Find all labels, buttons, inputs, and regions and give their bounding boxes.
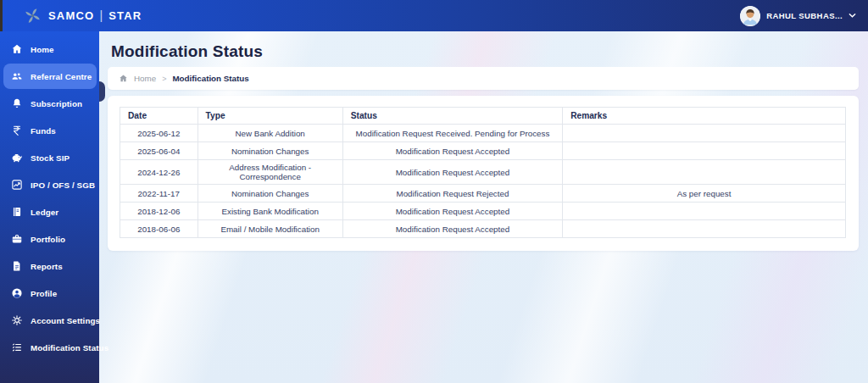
table-row: 2024-12-26 Address Modification - Corres… bbox=[120, 160, 846, 185]
chart-icon bbox=[10, 179, 23, 192]
sidebar-item-referral-centre[interactable]: Referral Centre bbox=[3, 64, 97, 89]
table-row: 2018-12-06 Existing Bank Modification Mo… bbox=[120, 203, 846, 220]
brand-divider: | bbox=[99, 8, 103, 22]
modification-status-table: DateTypeStatusRemarks 2025-06-12 New Ban… bbox=[120, 107, 846, 238]
column-header-remarks: Remarks bbox=[563, 108, 846, 125]
brand-product: STAR bbox=[108, 9, 142, 22]
samco-pinwheel-icon bbox=[24, 7, 42, 25]
cell-date: 2025-06-12 bbox=[120, 125, 198, 142]
sidebar-item-ipo-ofs-sgb[interactable]: IPO / OFS / SGB bbox=[3, 172, 97, 197]
user-name: RAHUL SUBHAS... bbox=[766, 11, 843, 20]
sidebar-item-reports[interactable]: Reports bbox=[3, 253, 97, 279]
chevron-down-icon bbox=[849, 12, 856, 19]
sidebar-item-profile[interactable]: Profile bbox=[3, 280, 97, 306]
cell-type: Nomination Changes bbox=[198, 185, 342, 203]
cell-type: Nomination Changes bbox=[198, 142, 342, 160]
sidebar-item-label: Portfolio bbox=[31, 235, 65, 244]
brand-name: SAMCO bbox=[48, 9, 94, 22]
avatar[interactable] bbox=[740, 6, 760, 26]
cell-status: Modification Request Rejected bbox=[342, 185, 562, 203]
sidebar-item-label: Stock SIP bbox=[31, 153, 70, 163]
users-icon bbox=[10, 70, 23, 83]
sidebar-item-stock-sip[interactable]: Stock SIP bbox=[3, 145, 97, 170]
sidebar-item-label: Funds bbox=[31, 126, 56, 136]
window-edge-strip bbox=[0, 0, 3, 31]
cell-type: New Bank Addition bbox=[198, 125, 342, 142]
sidebar-item-label: Subscription bbox=[31, 99, 82, 108]
cell-status: Modification Request Accepted bbox=[342, 220, 562, 238]
rupee-icon bbox=[10, 125, 23, 137]
cell-remarks bbox=[563, 220, 846, 238]
sidebar-item-label: Ledger bbox=[31, 208, 58, 217]
sidebar-item-label: Reports bbox=[31, 262, 63, 271]
sidebar-item-ledger[interactable]: Ledger bbox=[3, 199, 97, 225]
page-title: Modification Status bbox=[111, 42, 263, 61]
cell-status: Modification Request Accepted bbox=[342, 203, 562, 220]
cell-remarks: As per request bbox=[563, 185, 846, 203]
sidebar-item-label: Modification Status bbox=[31, 343, 108, 352]
cell-date: 2024-12-26 bbox=[120, 160, 198, 185]
cell-type: Address Modification - Correspondence bbox=[198, 160, 342, 185]
sidebar: Home Referral Centre Subscription Funds … bbox=[0, 31, 99, 383]
breadcrumb-home-link[interactable]: Home bbox=[134, 74, 156, 83]
column-header-status: Status bbox=[342, 108, 562, 125]
home-icon bbox=[10, 43, 23, 56]
user-circle-icon bbox=[10, 287, 23, 300]
status-table-card: DateTypeStatusRemarks 2025-06-12 New Ban… bbox=[108, 96, 859, 251]
table-row: 2025-06-04 Nomination Changes Modificati… bbox=[120, 142, 846, 160]
sidebar-item-portfolio[interactable]: Portfolio bbox=[3, 226, 97, 252]
user-menu[interactable]: RAHUL SUBHAS... bbox=[740, 6, 868, 26]
sidebar-item-label: Account Settings bbox=[31, 316, 100, 325]
cell-date: 2022-11-17 bbox=[120, 185, 198, 203]
sidebar-item-label: Profile bbox=[31, 289, 57, 298]
cell-status: Modification Request Accepted bbox=[342, 142, 562, 160]
cell-date: 2025-06-04 bbox=[120, 142, 198, 160]
sidebar-item-label: Referral Centre bbox=[31, 72, 92, 81]
book-icon bbox=[10, 206, 23, 219]
cell-date: 2018-06-06 bbox=[120, 220, 198, 238]
sidebar-item-modification-status[interactable]: Modification Status bbox=[3, 335, 97, 360]
briefcase-icon bbox=[10, 233, 23, 246]
home-icon bbox=[119, 74, 128, 83]
cell-remarks bbox=[563, 203, 846, 220]
cell-type: Email / Mobile Modification bbox=[198, 220, 342, 238]
cell-remarks bbox=[563, 142, 846, 160]
bell-icon bbox=[10, 97, 23, 110]
sidebar-item-subscription[interactable]: Subscription bbox=[3, 91, 97, 116]
app-window: SAMCO | STAR RAHUL SUBHAS... bbox=[0, 0, 868, 383]
sidebar-item-funds[interactable]: Funds bbox=[3, 118, 97, 143]
piggy-bank-icon bbox=[10, 152, 23, 164]
breadcrumb-separator: > bbox=[162, 75, 166, 83]
cell-remarks bbox=[563, 125, 846, 142]
top-bar: SAMCO | STAR RAHUL SUBHAS... bbox=[0, 0, 868, 31]
brand-logo: SAMCO | STAR bbox=[0, 7, 142, 25]
sidebar-item-label: IPO / OFS / SGB bbox=[31, 180, 95, 190]
cell-status: Modification Request Accepted bbox=[342, 160, 562, 185]
cell-status: Modification Request Received. Pending f… bbox=[342, 125, 562, 142]
table-header-row: DateTypeStatusRemarks bbox=[120, 108, 846, 125]
cell-remarks bbox=[563, 160, 846, 185]
sidebar-item-home[interactable]: Home bbox=[3, 36, 97, 62]
cell-type: Existing Bank Modification bbox=[198, 203, 342, 220]
breadcrumb-current: Modification Status bbox=[172, 74, 248, 83]
breadcrumb: Home > Modification Status bbox=[108, 67, 859, 90]
column-header-date: Date bbox=[120, 108, 198, 125]
table-row: 2025-06-12 New Bank Addition Modificatio… bbox=[120, 125, 846, 142]
sidebar-collapse-handle[interactable] bbox=[99, 81, 105, 102]
gear-icon bbox=[10, 314, 23, 327]
main-content: Modification Status Home > Modification … bbox=[99, 31, 868, 383]
column-header-type: Type bbox=[198, 108, 342, 125]
sidebar-item-account-settings[interactable]: Account Settings bbox=[3, 308, 97, 333]
list-check-icon bbox=[10, 341, 23, 354]
table-row: 2022-11-17 Nomination Changes Modificati… bbox=[120, 185, 846, 203]
sidebar-item-label: Home bbox=[31, 45, 54, 54]
cell-date: 2018-12-06 bbox=[120, 203, 198, 220]
table-row: 2018-06-06 Email / Mobile Modification M… bbox=[120, 220, 846, 238]
file-icon bbox=[10, 260, 23, 273]
